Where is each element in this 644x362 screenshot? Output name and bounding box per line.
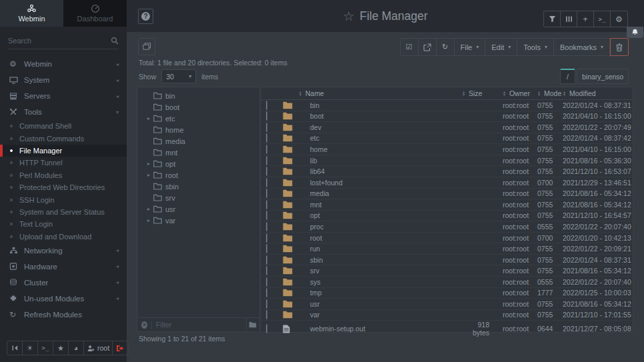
- column-header-name[interactable]: ▲▼Name: [299, 89, 461, 97]
- table-row[interactable]: srvroot:root07552021/08/16 - 05:34:12: [261, 265, 633, 277]
- star-outline-icon[interactable]: ☆: [343, 9, 354, 24]
- table-row[interactable]: lib64root:root07552021/12/10 - 16:53:07: [261, 166, 633, 177]
- file-name[interactable]: etc: [299, 134, 461, 142]
- column-header-mode[interactable]: ▲▼Mode: [532, 89, 557, 97]
- tree-item-bin[interactable]: bin: [137, 90, 259, 101]
- table-row[interactable]: varroot:root07552021/12/10 - 17:01:55: [261, 310, 633, 321]
- columns-button[interactable]: [561, 11, 577, 27]
- table-row[interactable]: usrroot:root07552021/08/16 - 05:34:12: [261, 299, 633, 310]
- row-checkbox[interactable]: [266, 200, 267, 209]
- tree-item-sbin[interactable]: sbin: [137, 181, 259, 192]
- table-row[interactable]: sbinroot:root07552022/01/24 - 08:37:31: [261, 255, 633, 266]
- sidebar-item-networking[interactable]: Networking◂: [0, 243, 127, 259]
- table-row[interactable]: mntroot:root07552021/08/16 - 05:34:12: [261, 199, 633, 211]
- tree-item-usr[interactable]: ▸usr: [137, 203, 259, 215]
- row-checkbox[interactable]: [266, 211, 267, 220]
- menu-edit[interactable]: Edit▾: [485, 39, 517, 55]
- shell-button[interactable]: >_: [38, 341, 53, 355]
- sidebar-item-cluster[interactable]: Cluster◂: [0, 275, 127, 291]
- refresh-button[interactable]: ↻: [437, 39, 455, 55]
- table-row[interactable]: binroot:root07552022/01/24 - 08:37:31: [261, 100, 633, 111]
- row-checkbox[interactable]: [266, 255, 267, 265]
- tree-filter-input[interactable]: [156, 321, 246, 329]
- row-checkbox[interactable]: [266, 310, 267, 319]
- row-checkbox[interactable]: [266, 244, 267, 253]
- table-row[interactable]: lost+foundroot:root07002021/12/29 - 13:4…: [261, 177, 633, 189]
- row-checkbox[interactable]: [266, 277, 267, 287]
- tree-item-mnt[interactable]: mnt: [137, 147, 259, 158]
- table-row[interactable]: mediaroot:root07552021/08/16 - 05:34:12: [261, 189, 633, 200]
- row-checkbox[interactable]: [266, 133, 267, 143]
- menu-file[interactable]: File▾: [455, 39, 486, 55]
- tree-item-root[interactable]: ▸root: [137, 169, 259, 181]
- theme-toggle-button[interactable]: ☀: [23, 341, 38, 355]
- root-path-button[interactable]: /: [560, 69, 575, 84]
- tree-folder-button[interactable]: [246, 318, 259, 331]
- row-checkbox[interactable]: [266, 167, 267, 176]
- tree-item-home[interactable]: home: [137, 124, 259, 135]
- tab-dashboard[interactable]: Dashboard: [63, 0, 127, 27]
- table-row[interactable]: homeroot:root07552021/04/10 - 16:15:00: [261, 144, 633, 155]
- row-checkbox[interactable]: [266, 156, 267, 165]
- theme-palette-button[interactable]: ◕: [69, 341, 84, 355]
- tab-webmin[interactable]: Webmin: [0, 0, 63, 27]
- path-search-input[interactable]: [577, 69, 629, 84]
- favorites-button[interactable]: ★: [53, 341, 69, 355]
- file-name[interactable]: srv: [299, 267, 461, 275]
- tree-item-media[interactable]: media: [137, 135, 259, 147]
- row-checkbox[interactable]: [266, 111, 267, 121]
- file-name[interactable]: run: [299, 245, 461, 253]
- expand-icon[interactable]: ▸: [144, 115, 153, 121]
- delete-button[interactable]: [610, 38, 629, 56]
- notifications-tab[interactable]: [627, 27, 643, 38]
- tree-item-srv[interactable]: srv: [137, 192, 259, 203]
- file-name[interactable]: root: [299, 234, 461, 242]
- file-name[interactable]: var: [299, 311, 461, 319]
- logout-button[interactable]: [113, 341, 128, 355]
- file-name[interactable]: lost+found: [299, 179, 461, 187]
- clear-filter-icon[interactable]: ×: [141, 321, 147, 329]
- sidebar-item-perl-modules[interactable]: Perl Modules: [0, 169, 127, 181]
- file-name[interactable]: sys: [299, 278, 461, 286]
- file-name[interactable]: proc: [299, 223, 461, 231]
- table-row[interactable]: tmproot:root17772022/01/25 - 10:00:03: [261, 288, 633, 299]
- table-row[interactable]: sysroot:root05552022/01/22 - 20:07:40: [261, 277, 633, 288]
- row-checkbox[interactable]: [266, 189, 267, 198]
- table-row[interactable]: webmin-setup.out918 bytesroot:root064420…: [261, 321, 633, 332]
- column-header-owner[interactable]: ▲▼Owner: [497, 89, 532, 97]
- sidebar-item-un-used-modules[interactable]: Un-used Modules◂: [0, 291, 127, 307]
- sidebar-item-system-and-server-status[interactable]: System and Server Status: [0, 206, 127, 218]
- file-name[interactable]: lib: [299, 157, 461, 165]
- row-checkbox[interactable]: [266, 324, 267, 333]
- add-button[interactable]: +: [577, 11, 594, 27]
- sidebar-item-tools[interactable]: Tools▾: [0, 104, 127, 120]
- expand-icon[interactable]: ▸: [144, 206, 153, 212]
- table-row[interactable]: procroot:root05552022/01/22 - 20:07:40: [261, 221, 633, 233]
- table-row[interactable]: devroot:root07552022/01/22 - 20:07:49: [261, 122, 633, 133]
- sidebar-item-refresh-modules[interactable]: ↻Refresh Modules: [0, 307, 127, 323]
- table-row[interactable]: runroot:root07552022/01/22 - 20:09:21: [261, 243, 633, 255]
- export-button[interactable]: [419, 39, 437, 55]
- row-checkbox[interactable]: [266, 123, 267, 132]
- sidebar-item-hardware[interactable]: Hardware◂: [0, 259, 127, 275]
- column-header-modified[interactable]: ▲▼Modified: [557, 89, 633, 97]
- row-checkbox[interactable]: [266, 222, 267, 231]
- table-row[interactable]: libroot:root07552021/08/16 - 05:36:30: [261, 155, 633, 167]
- sidebar-item-custom-commands[interactable]: Custom Commands: [0, 132, 127, 144]
- tree-item-var[interactable]: ▸var: [137, 215, 259, 226]
- file-name[interactable]: media: [299, 189, 461, 197]
- row-checkbox[interactable]: [266, 266, 267, 275]
- row-checkbox[interactable]: [266, 145, 267, 154]
- column-header-size[interactable]: ▲▼Size: [461, 89, 497, 97]
- file-name[interactable]: dev: [299, 123, 461, 131]
- file-name[interactable]: sbin: [299, 256, 461, 264]
- file-name[interactable]: opt: [299, 211, 461, 219]
- terminal-button[interactable]: >_: [594, 11, 611, 27]
- file-name[interactable]: mnt: [299, 201, 461, 209]
- row-checkbox[interactable]: [266, 101, 267, 110]
- sidebar-item-system[interactable]: System◂: [0, 72, 127, 88]
- menu-tools[interactable]: Tools▾: [517, 39, 554, 55]
- sidebar-item-webmin[interactable]: ⚙Webmin◂: [0, 56, 127, 72]
- settings-button[interactable]: ⚙: [611, 11, 627, 27]
- sidebar-item-text-login[interactable]: Text Login: [0, 218, 127, 230]
